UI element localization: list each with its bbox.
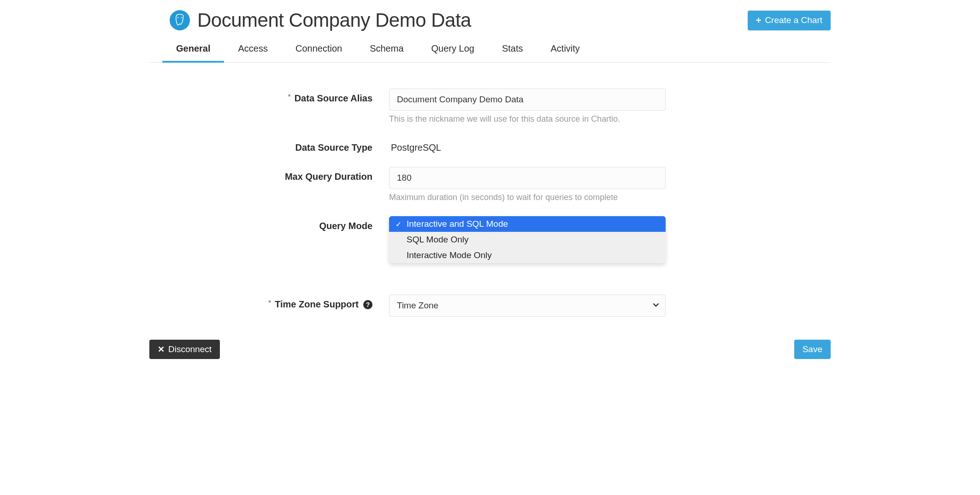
save-label: Save [803,344,822,354]
maxquery-label-wrap: Max Query Duration [149,167,389,182]
create-chart-label: Create a Chart [765,15,822,25]
timezone-label-wrap: * Time Zone Support ? [149,295,389,310]
tab-schema[interactable]: Schema [356,37,417,62]
tab-access[interactable]: Access [224,37,281,62]
svg-point-0 [177,17,178,18]
tab-activity[interactable]: Activity [537,37,593,62]
disconnect-label: Disconnect [168,344,212,354]
querymode-label: Query Mode [319,221,372,231]
page-title-wrap: Document Company Demo Data [170,9,471,31]
form-area: * Data Source Alias This is the nickname… [149,63,831,317]
page-title: Document Company Demo Data [197,9,471,31]
querymode-option[interactable]: SQL Mode Only [389,232,666,248]
querymode-option[interactable]: ✓Interactive and SQL Mode [389,216,666,232]
querymode-option[interactable]: Interactive Mode Only [389,248,666,263]
maxquery-label: Max Query Duration [285,171,372,182]
tab-connection[interactable]: Connection [282,37,356,62]
create-chart-button[interactable]: + Create a Chart [748,11,831,30]
alias-label: Data Source Alias [295,93,372,104]
tab-query-log[interactable]: Query Log [418,37,488,62]
disconnect-button[interactable]: ✕ Disconnect [149,340,220,359]
tabs-bar: GeneralAccessConnectionSchemaQuery LogSt… [149,37,831,63]
save-button[interactable]: Save [794,340,831,359]
plus-icon: + [756,15,762,26]
querymode-options: ✓Interactive and SQL ModeSQL Mode OnlyIn… [389,216,666,263]
alias-help: This is the nickname we will use for thi… [389,114,666,124]
tab-general[interactable]: General [162,37,224,62]
maxquery-help: Maximum duration (in seconds) to wait fo… [389,193,666,202]
timezone-select[interactable]: Time Zone [389,295,666,317]
maxquery-input[interactable] [389,167,666,189]
alias-input[interactable] [389,88,666,111]
type-label-wrap: Data Source Type [149,138,389,153]
required-star: * [268,299,271,307]
check-icon: ✓ [396,220,401,229]
type-value: PostgreSQL [389,138,666,153]
type-label: Data Source Type [295,142,372,153]
close-icon: ✕ [158,344,165,354]
alias-label-wrap: * Data Source Alias [149,88,389,104]
tab-stats[interactable]: Stats [488,37,537,62]
svg-point-1 [181,17,182,18]
postgresql-icon [170,10,190,30]
help-icon[interactable]: ? [363,300,372,309]
querymode-label-wrap: Query Mode [149,216,389,231]
timezone-label: Time Zone Support [275,299,359,310]
required-star: * [288,93,290,101]
